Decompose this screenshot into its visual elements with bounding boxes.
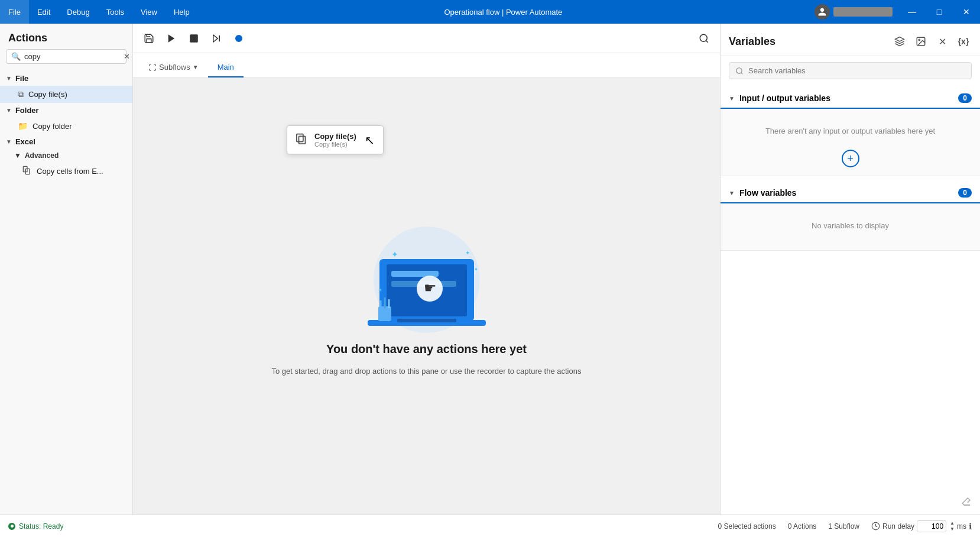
copy-cells-label: Copy cells from E... xyxy=(37,167,103,176)
info-icon[interactable]: ℹ xyxy=(969,522,972,531)
tab-main[interactable]: Main xyxy=(208,58,244,77)
svg-point-7 xyxy=(700,34,707,41)
stop-button[interactable] xyxy=(184,28,204,48)
variables-flow-title: Flow variables xyxy=(739,188,953,198)
run-delay-spinner[interactable]: ▲ ▼ xyxy=(950,520,955,532)
drag-action-info: Copy file(s) Copy file(s) xyxy=(314,132,356,148)
status-dot xyxy=(8,523,15,530)
drag-action-subtitle: Copy file(s) xyxy=(314,141,356,148)
subgroup-advanced-label: Advanced xyxy=(25,151,59,160)
variables-flow-content: No variables to display xyxy=(721,203,980,251)
sidebar-item-copy-folder[interactable]: 📁 Copy folder xyxy=(0,118,132,134)
menu-tools[interactable]: Tools xyxy=(98,0,132,24)
flow-canvas[interactable]: Copy file(s) Copy file(s) ↖ xyxy=(133,78,720,515)
status-dot-inner xyxy=(11,525,14,528)
save-button[interactable] xyxy=(139,28,159,48)
copy-folder-icon: 📁 xyxy=(18,121,28,131)
variables-input-output-section: ▼ Input / output variables 0 There aren'… xyxy=(721,89,980,176)
run-delay-area: Run delay ▲ ▼ ms ℹ xyxy=(871,520,972,532)
chevron-down-icon: ▼ xyxy=(729,95,735,102)
menu-edit[interactable]: Edit xyxy=(29,0,59,24)
variables-search-box[interactable] xyxy=(729,62,972,79)
variables-input-output-title: Input / output variables xyxy=(739,93,953,103)
svg-line-8 xyxy=(706,40,708,42)
variables-flow-empty: No variables to display xyxy=(729,212,972,240)
menu-help[interactable]: Help xyxy=(166,0,198,24)
sidebar-item-copy-files[interactable]: ⧉ Copy file(s) xyxy=(0,86,132,103)
variables-layers-icon[interactable] xyxy=(891,33,908,50)
chevron-down-icon: ▼ xyxy=(14,151,21,160)
record-button[interactable] xyxy=(229,28,249,48)
tab-main-label: Main xyxy=(218,63,234,72)
actions-list: ▼ File ⧉ Copy file(s) ▼ Folder 📁 Copy fo… xyxy=(0,69,132,515)
selected-actions-label: 0 Selected actions xyxy=(718,522,776,530)
variables-close-button[interactable]: ✕ xyxy=(934,33,950,50)
sidebar-group-folder[interactable]: ▼ Folder xyxy=(0,103,132,118)
svg-rect-24 xyxy=(378,306,391,321)
actions-search-box[interactable]: 🔍 ✕ xyxy=(6,49,126,64)
chevron-down-icon: ▼ xyxy=(193,64,199,70)
drag-action-title: Copy file(s) xyxy=(314,132,356,141)
tab-subflows[interactable]: Subflows ▼ xyxy=(139,58,208,77)
drag-copy-files-icon xyxy=(296,132,309,148)
titlebar-right: — □ ✕ xyxy=(809,0,980,24)
restore-button[interactable]: □ xyxy=(926,0,953,24)
group-excel-label: Excel xyxy=(15,137,35,146)
variables-header: Variables ✕ {x} xyxy=(721,24,980,56)
spinner-up-button[interactable]: ▲ xyxy=(950,520,955,526)
variables-content: ▼ Input / output variables 0 There aren'… xyxy=(721,85,980,515)
svg-line-32 xyxy=(741,72,743,74)
variables-input-output-header[interactable]: ▼ Input / output variables 0 xyxy=(721,89,980,109)
search-icon xyxy=(735,67,744,75)
subflow-count: 1 Subflow xyxy=(828,522,859,530)
variables-flow-count: 0 xyxy=(958,188,972,198)
run-delay-input[interactable] xyxy=(917,520,946,532)
actions-heading: Actions xyxy=(0,24,132,49)
actions-search-input[interactable] xyxy=(24,52,124,61)
empty-state-description: To get started, drag and drop actions to… xyxy=(272,365,582,378)
svg-marker-28 xyxy=(895,37,904,42)
close-button[interactable]: ✕ xyxy=(953,0,980,24)
user-profile[interactable] xyxy=(809,4,898,20)
actions-panel: Actions 🔍 ✕ ▼ File ⧉ Copy file(s) ▼ Fold… xyxy=(0,24,133,515)
chevron-down-icon: ▼ xyxy=(6,138,12,145)
search-clear-icon[interactable]: ✕ xyxy=(124,52,130,61)
menu-debug[interactable]: Debug xyxy=(59,0,98,24)
sidebar-subgroup-advanced[interactable]: ▼ Advanced xyxy=(0,149,132,162)
variables-add-button[interactable]: + xyxy=(842,150,859,167)
chevron-down-icon: ▼ xyxy=(6,75,12,82)
svg-point-6 xyxy=(235,35,242,42)
svg-point-31 xyxy=(736,67,742,73)
subflow-label: 1 Subflow xyxy=(828,522,859,530)
eraser-icon[interactable] xyxy=(961,496,972,509)
variables-panel: Variables ✕ {x} ▼ Input / output xyxy=(720,24,980,515)
menu-view[interactable]: View xyxy=(132,0,166,24)
sidebar-item-copy-cells[interactable]: Copy cells from E... xyxy=(0,162,132,180)
svg-text:✦: ✦ xyxy=(378,287,382,293)
chevron-down-icon: ▼ xyxy=(6,107,12,114)
svg-marker-4 xyxy=(213,35,218,42)
step-button[interactable] xyxy=(206,28,226,48)
variables-eraser-area xyxy=(721,490,980,515)
variables-input-output-empty: There aren't any input or output variabl… xyxy=(729,117,972,145)
minimize-button[interactable]: — xyxy=(898,0,926,24)
svg-rect-10 xyxy=(299,136,306,144)
variables-braces-icon[interactable]: {x} xyxy=(955,33,972,50)
run-button[interactable] xyxy=(161,28,181,48)
variables-image-icon[interactable] xyxy=(913,33,929,50)
user-avatar xyxy=(814,4,830,20)
menu-file[interactable]: File xyxy=(0,0,29,24)
toolbar-search-button[interactable] xyxy=(694,28,714,48)
sidebar-group-excel[interactable]: ▼ Excel xyxy=(0,134,132,149)
variables-flow-header[interactable]: ▼ Flow variables 0 xyxy=(721,183,980,203)
spinner-down-button[interactable]: ▼ xyxy=(950,526,955,532)
empty-state-illustration: ☛ ✦ ✦ ✦ ✦ xyxy=(356,215,498,333)
group-folder-label: Folder xyxy=(15,106,39,115)
empty-state: ☛ ✦ ✦ ✦ ✦ You don't have any actions her… xyxy=(260,203,593,390)
app-body: Actions 🔍 ✕ ▼ File ⧉ Copy file(s) ▼ Fold… xyxy=(0,24,980,515)
svg-point-30 xyxy=(919,39,920,40)
sidebar-group-file[interactable]: ▼ File xyxy=(0,71,132,86)
svg-rect-3 xyxy=(190,34,198,43)
cursor-icon: ↖ xyxy=(365,133,375,147)
variables-search-input[interactable] xyxy=(748,66,965,75)
